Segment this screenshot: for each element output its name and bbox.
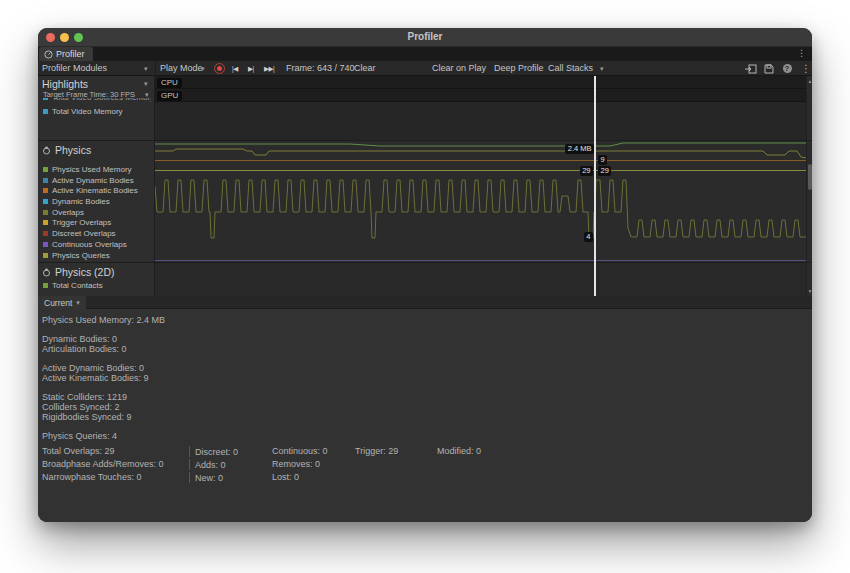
broadphase-table-row: Broadphase Adds/Removes: 0 Adds: 0 Remov… xyxy=(42,458,812,471)
module-sidebar: Highlights ▾ Target Frame Time: 30 FPS ▾… xyxy=(38,76,155,296)
module-header-physics[interactable]: Physics xyxy=(42,144,91,156)
legend-swatch xyxy=(43,283,48,288)
value-badge-queries: 4 xyxy=(584,232,593,242)
call-stacks-dropdown[interactable]: Call Stacks xyxy=(548,61,593,76)
current-frame-button[interactable]: ▶▶| xyxy=(264,61,274,76)
deep-profile-toggle[interactable]: Deep Profile xyxy=(494,61,544,76)
legend-item-total-video-memory[interactable]: Total Video Memory xyxy=(43,106,123,116)
profiler-gauge-icon xyxy=(44,50,53,59)
stat-static-colliders: Static Colliders: 1219 xyxy=(42,392,812,402)
cell-lost: Lost: 0 xyxy=(272,471,299,484)
module-header-physics-2d[interactable]: Physics (2D) xyxy=(42,266,115,278)
legend-swatch xyxy=(43,231,48,236)
load-profile-button[interactable] xyxy=(744,63,758,74)
highlights-caret-icon[interactable]: ▾ xyxy=(144,80,148,88)
play-mode-caret-icon[interactable]: ▾ xyxy=(201,61,205,76)
value-badge-memory: 2.4 MB xyxy=(565,144,594,154)
cell-narrowphase: Narrowphase Touches: 0 xyxy=(42,471,141,484)
legend-swatch xyxy=(43,178,48,183)
details-view-dropdown[interactable]: Current ▾ xyxy=(38,296,86,309)
cpu-usage-chart[interactable]: CPU xyxy=(155,76,806,89)
next-frame-button[interactable]: ▶| xyxy=(248,61,254,76)
tab-bar: Profiler ⋮ xyxy=(38,47,812,61)
window-title: Profiler xyxy=(38,31,812,42)
video-module-chart[interactable] xyxy=(155,102,806,140)
gpu-usage-chart[interactable]: GPU xyxy=(155,89,806,102)
legend-swatch xyxy=(43,199,48,204)
previous-frame-button[interactable]: |◀ xyxy=(232,61,238,76)
desktop: Profiler Profiler ⋮ Profiler Modules ▾ P… xyxy=(0,0,850,573)
cell-removes: Removes: 0 xyxy=(272,458,320,471)
selected-frame-line[interactable] xyxy=(594,76,596,296)
cell-total-overlaps: Total Overlaps: 29 xyxy=(42,445,115,458)
cell-broadphase: Broadphase Adds/Removes: 0 xyxy=(42,458,164,471)
profiler-toolbar: Profiler Modules ▾ Play Mode ▾ |◀ ▶| ▶▶|… xyxy=(38,61,812,76)
vertical-scrollbar[interactable]: ▲ ▼ xyxy=(806,76,812,296)
record-button[interactable] xyxy=(214,63,225,74)
legend-swatch xyxy=(43,109,48,114)
legend-item-total-contacts[interactable]: Total Contacts xyxy=(43,280,103,290)
call-stacks-caret-icon[interactable]: ▾ xyxy=(600,61,604,76)
legend-item-physics-used-memory[interactable]: Physics Used Memory xyxy=(43,164,132,174)
legend-swatch xyxy=(43,188,48,193)
overlaps-table-row: Total Overlaps: 29 Discreet: 0 Continuou… xyxy=(42,445,812,458)
toolbar-separator xyxy=(155,62,156,75)
clear-button[interactable]: Clear xyxy=(354,61,376,76)
legend-item-partial[interactable]: Total Video Sources Memory xyxy=(43,98,151,104)
physics-2d-module-chart[interactable] xyxy=(155,262,806,296)
series-physics-used-memory xyxy=(155,143,806,146)
toolbar-menu-icon[interactable]: ⋮ xyxy=(801,61,811,76)
legend-swatch xyxy=(43,98,48,100)
stat-rigidbodies-synced: Rigidbodies Synced: 9 xyxy=(42,412,812,422)
scrollbar-thumb[interactable] xyxy=(808,164,812,190)
legend-item-continuous-overlaps[interactable]: Continuous Overlaps xyxy=(43,239,127,249)
physics-module-chart[interactable] xyxy=(155,140,806,262)
profiler-modules-dropdown[interactable]: Profiler Modules xyxy=(42,61,107,76)
profiler-modules-caret-icon[interactable]: ▾ xyxy=(144,61,148,76)
clear-on-play-toggle[interactable]: Clear on Play xyxy=(432,61,486,76)
charts-column[interactable]: CPU GPU xyxy=(155,76,806,296)
save-profile-button[interactable] xyxy=(762,63,776,74)
legend-swatch xyxy=(43,167,48,172)
value-badge-overlaps-left: 29 xyxy=(580,166,593,176)
tab-menu-icon[interactable]: ⋮ xyxy=(797,48,806,58)
cell-trigger: Trigger: 29 xyxy=(355,445,398,458)
module-divider xyxy=(38,262,812,263)
value-badge-kinematic: 9 xyxy=(598,155,607,165)
physics-module-icon xyxy=(42,146,51,155)
legend-swatch xyxy=(43,210,48,215)
cell-discreet: Discreet: 0 xyxy=(189,446,238,457)
title-bar: Profiler xyxy=(38,28,812,47)
legend-item-active-kinematic-bodies[interactable]: Active Kinematic Bodies xyxy=(43,185,138,195)
stat-dynamic-bodies: Dynamic Bodies: 0 xyxy=(42,334,812,344)
legend-swatch xyxy=(43,242,48,247)
stat-physics-queries: Physics Queries: 4 xyxy=(42,431,812,441)
tab-profiler[interactable]: Profiler xyxy=(39,47,93,61)
details-panel: Physics Used Memory: 2.4 MB Dynamic Bodi… xyxy=(38,309,812,522)
series-trigger-overlaps xyxy=(155,149,806,158)
help-button[interactable]: ? xyxy=(780,63,794,74)
profiler-charts-area: Highlights ▾ Target Frame Time: 30 FPS ▾… xyxy=(38,76,812,296)
legend-item-dynamic-bodies[interactable]: Dynamic Bodies xyxy=(43,196,110,206)
legend-item-physics-queries[interactable]: Physics Queries xyxy=(43,250,110,260)
legend-item-overlaps[interactable]: Overlaps xyxy=(43,207,84,217)
cell-continuous: Continuous: 0 xyxy=(272,445,328,458)
module-header-highlights[interactable]: Highlights xyxy=(42,78,88,90)
details-header: Current ▾ xyxy=(38,296,812,309)
profiler-window: Profiler Profiler ⋮ Profiler Modules ▾ P… xyxy=(38,28,812,522)
scroll-down-icon[interactable]: ▼ xyxy=(807,288,812,294)
legend-swatch xyxy=(43,253,48,258)
legend-item-trigger-overlaps[interactable]: Trigger Overlaps xyxy=(43,217,111,227)
series-physics-queries xyxy=(155,180,806,238)
physics-2d-module-icon xyxy=(42,268,51,277)
stat-colliders-synced: Colliders Synced: 2 xyxy=(42,402,812,412)
legend-item-active-dynamic-bodies[interactable]: Active Dynamic Bodies xyxy=(43,175,134,185)
cell-adds: Adds: 0 xyxy=(189,459,226,470)
scroll-up-icon[interactable]: ▲ xyxy=(807,78,812,84)
stat-active-dynamic-bodies: Active Dynamic Bodies: 0 xyxy=(42,363,812,373)
cpu-chart-label: CPU xyxy=(157,78,182,88)
details-view-caret-icon: ▾ xyxy=(76,299,80,307)
legend-item-discreet-overlaps[interactable]: Discreet Overlaps xyxy=(43,228,116,238)
value-badge-overlaps-right: 29 xyxy=(598,166,611,176)
play-mode-dropdown[interactable]: Play Mode xyxy=(160,61,203,76)
